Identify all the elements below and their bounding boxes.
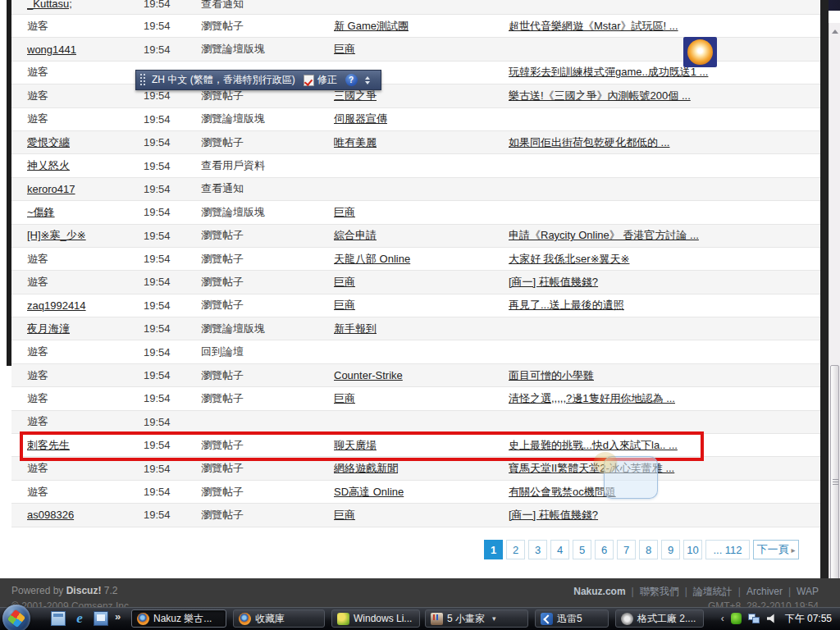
- start-button[interactable]: [2, 605, 30, 630]
- forum-link[interactable]: SD高達 Online: [334, 485, 509, 500]
- thread-title-link[interactable]: [商一] 荰帳值幾錢?: [509, 508, 820, 523]
- show-desktop-icon[interactable]: [94, 611, 108, 626]
- forum-link[interactable]: 唯有美麗: [334, 135, 509, 150]
- thread-title-link[interactable]: 超世代音樂網遊《Mstar》試玩區! ...: [509, 19, 820, 34]
- table-row: 遊客19:54瀏覽帖子巨商[商一] 荰帳值幾錢?: [11, 271, 820, 294]
- forum-link[interactable]: 巨商: [334, 42, 509, 57]
- forum-link[interactable]: 巨商: [334, 205, 509, 220]
- pagination: 12345678910... 112下一頁▸: [484, 540, 799, 559]
- forum-link[interactable]: 天龍八部 Online: [334, 252, 509, 267]
- thread-title-link[interactable]: 申請《Raycity Online》 香港官方討論 ...: [509, 228, 820, 243]
- time-cell: 19:54: [144, 299, 201, 312]
- page-10[interactable]: 10: [683, 540, 702, 559]
- forum-link[interactable]: 巨商: [334, 508, 509, 523]
- network-tray-icon[interactable]: [748, 614, 760, 624]
- correction-label[interactable]: 修正: [317, 73, 337, 87]
- group-dropdown-icon[interactable]: ▾: [492, 614, 496, 623]
- scroll-up-arrow-icon[interactable]: [829, 26, 840, 38]
- page-6[interactable]: 6: [595, 540, 614, 559]
- time-cell: 19:54: [144, 322, 201, 335]
- footer-link[interactable]: Archiver: [746, 586, 783, 597]
- taskbar-button-3[interactable]: Windows Li...: [331, 609, 420, 628]
- thread-title-link[interactable]: 有關公會戰禁oc機問題: [509, 485, 820, 500]
- action-cell: 查看通知: [201, 181, 334, 196]
- thread-title-link[interactable]: 面目可憎的小學雞: [509, 368, 820, 383]
- forum-link[interactable]: 巨商: [334, 275, 509, 290]
- time-cell: 19:54: [144, 160, 201, 172]
- thread-title-link[interactable]: 大家好 我係北ser※翼天※: [509, 252, 820, 267]
- username-link[interactable]: zaq1992414: [27, 299, 144, 312]
- page-ellipsis-112[interactable]: ... 112: [705, 540, 750, 559]
- table-row: as09832619:54瀏覽帖子巨商[商一] 荰帳值幾錢?: [11, 504, 820, 527]
- quicklaunch-expand-chevron[interactable]: »: [115, 610, 121, 623]
- thread-title-link[interactable]: 再見了...送上最後的遺照: [509, 298, 820, 313]
- table-row: 遊客19:54瀏覽帖子巨商清怪之選,,,,,?邊1隻好用你地認為 ...: [11, 387, 820, 410]
- messenger-tray-icon[interactable]: [731, 613, 742, 624]
- page-9[interactable]: 9: [661, 540, 680, 559]
- footer-site-name[interactable]: Nakuz.com: [573, 586, 625, 597]
- page-2[interactable]: 2: [506, 540, 525, 559]
- forum-link[interactable]: Counter-Strike: [334, 369, 509, 381]
- taskbar-button-5[interactable]: 迅雷5: [535, 609, 609, 628]
- footer-link[interactable]: 論壇統計: [693, 586, 733, 597]
- thread-title-link[interactable]: 玩韓彩去到訓練模式彈game..成功既送1 ...: [509, 65, 820, 80]
- scrollbar[interactable]: [829, 23, 840, 607]
- scrollbar-thumb[interactable]: [830, 365, 839, 599]
- desktop-screen: _Kuttasu;19:54查看通知遊客19:54瀏覽帖子新 Game測試團超世…: [0, 0, 840, 630]
- page-5[interactable]: 5: [573, 540, 591, 559]
- footer-link[interactable]: WAP: [797, 586, 819, 597]
- internet-explorer-icon[interactable]: e: [72, 611, 87, 626]
- action-cell: 瀏覽帖子: [201, 252, 334, 267]
- page-1[interactable]: 1: [484, 540, 503, 559]
- taskbar-button-2[interactable]: 收藏庫: [233, 609, 325, 628]
- username-link[interactable]: keroro417: [27, 183, 144, 195]
- language-bar-options-icon[interactable]: [365, 76, 370, 84]
- page-8[interactable]: 8: [639, 540, 658, 559]
- drag-handle-icon[interactable]: [139, 73, 147, 87]
- taskbar-clock[interactable]: 下午 07:55: [785, 612, 832, 626]
- thread-title-link[interactable]: [商一] 荰帳值幾錢?: [509, 275, 820, 290]
- username-link[interactable]: [H]※寒_少※: [27, 228, 144, 243]
- correction-icon[interactable]: [304, 75, 314, 86]
- taskbar-button-label: 迅雷5: [557, 612, 582, 626]
- tray-collapse-chevron[interactable]: ‹: [721, 613, 724, 624]
- forum-link[interactable]: 綜合申請: [334, 228, 509, 243]
- forum-link[interactable]: 三國之爭: [334, 89, 509, 103]
- forum-link[interactable]: 巨商: [334, 298, 509, 313]
- help-icon[interactable]: ?: [345, 74, 358, 86]
- username-link[interactable]: wong1441: [27, 43, 144, 56]
- taskbar-button-6[interactable]: 格式工廠 2....: [615, 609, 704, 628]
- smiley-drag-ghost: [604, 456, 658, 499]
- thread-title-link[interactable]: 清怪之選,,,,,?邊1隻好用你地認為 ...: [509, 391, 820, 406]
- username-link[interactable]: as098326: [27, 509, 144, 521]
- explorer-quicklaunch-icon[interactable]: [51, 611, 66, 626]
- forum-link[interactable]: 伺服器宣傳: [334, 112, 509, 126]
- taskbar-button-4[interactable]: 5 小畫家▾: [425, 609, 528, 628]
- thread-title-link[interactable]: 寶馬天堂II繁體天堂2-冰心芙蕾雅 ...: [509, 461, 820, 476]
- table-row: 遊客19:54: [11, 411, 820, 434]
- next-page-button[interactable]: 下一頁▸: [753, 540, 799, 559]
- page-footer: Powered by Discuz! 7.2 Nakuz.com|聯繫我們|論壇…: [0, 578, 840, 607]
- page-3[interactable]: 3: [528, 540, 547, 559]
- forum-link[interactable]: 新手報到: [334, 322, 509, 336]
- discuz-brand[interactable]: Discuz!: [66, 585, 102, 596]
- username-link[interactable]: 神乂怒火: [27, 158, 144, 173]
- username-link[interactable]: 夜月海潼: [27, 322, 144, 336]
- username-link[interactable]: 愛恨交纏: [27, 135, 144, 150]
- language-bar[interactable]: ZH 中文 (繁體，香港特別行政區) 修正 ?: [135, 70, 381, 90]
- page-7[interactable]: 7: [617, 540, 636, 559]
- taskbar-button-1[interactable]: Nakuz 樂古...: [131, 609, 226, 628]
- forum-link[interactable]: 新 Game測試團: [334, 19, 509, 34]
- forum-link[interactable]: 網絡遊戲新聞: [334, 461, 509, 476]
- volume-tray-icon[interactable]: [767, 614, 777, 623]
- table-row: keroro41719:54查看通知: [11, 178, 820, 201]
- thread-title-link[interactable]: 如果同佢出街荷包乾硬化都低的 ...: [509, 135, 820, 150]
- powered-by: Powered by Discuz! 7.2: [11, 585, 117, 596]
- username-link[interactable]: ~傷鋒: [27, 205, 144, 220]
- page-4[interactable]: 4: [550, 540, 569, 559]
- thread-title-link[interactable]: 樂古送!《三國之爭》內測帳號200個 ...: [509, 89, 820, 103]
- username-link[interactable]: _Kuttasu;: [27, 0, 144, 10]
- action-cell: 查看用戶資料: [201, 158, 334, 173]
- footer-link[interactable]: 聯繫我們: [640, 586, 679, 597]
- forum-link[interactable]: 巨商: [334, 391, 509, 406]
